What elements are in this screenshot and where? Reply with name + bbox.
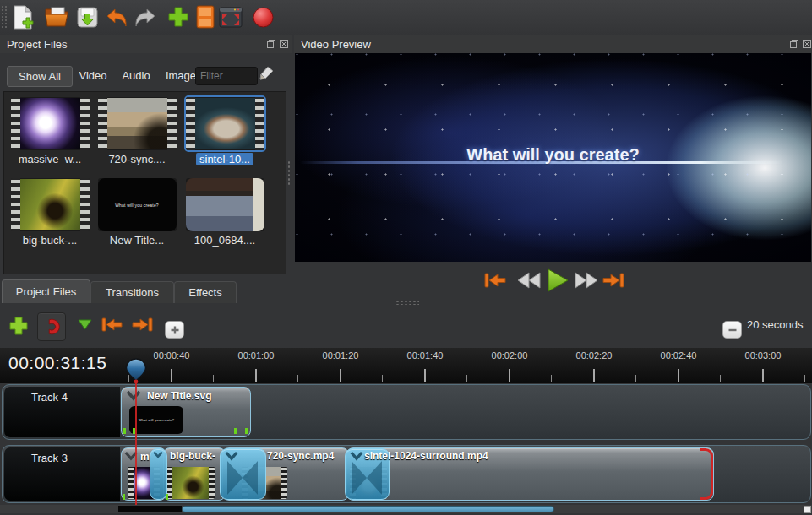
keyframe-tick [123, 428, 126, 434]
close-panel-icon[interactable] [802, 39, 812, 49]
playhead-marker[interactable] [125, 358, 147, 388]
filter-show-all-button[interactable]: Show All [7, 66, 73, 87]
file-item-100-0684[interactable]: 100_0684.... [184, 178, 265, 247]
toolbar-drag-handle[interactable] [1, 5, 7, 29]
file-item-sintel[interactable]: sintel-10... [184, 97, 265, 165]
file-name: 100_0684.... [184, 234, 265, 247]
import-files-button[interactable] [166, 4, 191, 30]
save-icon [76, 6, 99, 29]
play-button[interactable] [546, 268, 569, 293]
play-icon [546, 268, 569, 293]
arrow-bar-left-icon [101, 316, 124, 334]
ruler-label: 00:01:00 [231, 350, 281, 360]
brush-icon [254, 65, 275, 85]
ruler-label: 00:01:20 [315, 350, 366, 360]
open-project-button[interactable] [44, 4, 69, 30]
clip-end-marker [700, 448, 713, 500]
clip-new-title[interactable]: New Title.svg What will you create? [121, 387, 251, 437]
new-project-button[interactable] [10, 4, 35, 30]
horizontal-splitter-handle[interactable] [395, 300, 419, 305]
resize-grip[interactable] [804, 506, 811, 513]
timeline-toolbar: 20 seconds [0, 306, 812, 346]
add-marker-button[interactable] [76, 317, 93, 331]
scrollbar-gap [118, 506, 182, 512]
plus-icon [167, 6, 189, 28]
file-item-massive[interactable]: massive_w... [9, 97, 90, 165]
track-4: Track 4 New Title.svg What will you crea… [2, 384, 811, 440]
rewind-icon [517, 271, 542, 290]
zoom-in-button[interactable] [165, 321, 184, 339]
skip-to-start-button[interactable] [483, 270, 507, 290]
skip-to-end-icon [602, 270, 625, 290]
timeline-horizontal-scrollbar[interactable] [0, 505, 812, 513]
skip-to-end-button[interactable] [602, 270, 625, 290]
project-files-panel-title: Project Files [7, 38, 68, 51]
keyframe-tick [245, 428, 248, 434]
filter-audio-button[interactable]: Audio [113, 66, 159, 85]
file-name: New Title... [96, 234, 177, 247]
fast-forward-button[interactable] [573, 271, 598, 290]
video-preview-frame[interactable]: What will you create? [295, 53, 811, 262]
video-preview-panel-title: Video Preview [301, 38, 371, 51]
undo-button[interactable] [105, 4, 130, 30]
video-preview-window-buttons [789, 39, 812, 49]
clip-thumbnail-big-buck [166, 467, 215, 499]
vertical-splitter-handle[interactable] [287, 160, 292, 186]
filter-video-button[interactable]: Video [71, 66, 115, 85]
scrollbar-thumb[interactable] [182, 506, 554, 512]
file-thumbnail [186, 178, 264, 231]
magnet-icon [42, 317, 61, 336]
zoom-out-icon [728, 325, 738, 335]
choose-profile-button[interactable] [193, 4, 218, 30]
file-item-720-sync[interactable]: 720-sync.... [96, 97, 177, 165]
document-new-icon [12, 5, 34, 30]
file-item-new-title[interactable]: What will you create? New Title... [96, 178, 177, 247]
ruler-label: 00:00:40 [146, 350, 197, 360]
filmstrip-icon [196, 5, 215, 29]
tab-effects[interactable]: Effects [174, 281, 237, 303]
clip-label: m [140, 451, 150, 463]
add-track-button[interactable] [7, 314, 30, 338]
marker-triangle-icon [77, 318, 93, 331]
fast-forward-icon [573, 271, 598, 290]
tab-project-files[interactable]: Project Files [2, 279, 90, 303]
close-panel-icon[interactable] [279, 39, 289, 49]
file-thumbnail [11, 97, 90, 150]
export-video-button[interactable] [250, 4, 275, 30]
playhead-line[interactable] [135, 382, 137, 505]
keyframe-tick [166, 494, 168, 500]
snapping-toggle-button[interactable] [37, 312, 66, 341]
tab-transitions[interactable]: Transitions [90, 281, 174, 303]
fullscreen-button[interactable] [218, 4, 243, 30]
zoom-scale-label: 20 seconds [747, 318, 804, 331]
next-marker-button[interactable] [130, 316, 154, 334]
skip-to-start-icon [483, 270, 507, 290]
track-4-label-zone: Track 4 [4, 387, 120, 437]
timeline-ruler[interactable]: 00:00:31:15 00:00:40 00:01:00 00:01:20 0… [0, 348, 812, 383]
track-3-label-zone: Track 3 [4, 447, 120, 501]
float-panel-icon[interactable] [789, 39, 799, 49]
zoom-out-button[interactable] [722, 321, 742, 339]
project-files-list: massive_w... 720-sync.... sintel-10... b… [3, 91, 286, 274]
previous-marker-button[interactable] [101, 316, 124, 334]
transition-big-buck-720[interactable] [220, 448, 266, 500]
save-project-button[interactable] [74, 4, 100, 30]
float-panel-icon[interactable] [266, 39, 276, 49]
plus-icon [8, 316, 29, 336]
keyframe-tick [123, 494, 125, 500]
project-files-panel-titlebar: Project Files [0, 35, 292, 53]
clip-label: 720-sync.mp4 [267, 450, 334, 462]
file-thumbnail [186, 97, 264, 150]
rewind-button[interactable] [517, 271, 542, 290]
file-name-selected: sintel-10... [184, 153, 265, 165]
file-name: massive_w... [9, 153, 90, 165]
track-3: Track 3 m big-buck- 720-sync.mp4 [2, 445, 811, 503]
clip-label: New Title.svg [147, 390, 211, 402]
transition-narrow[interactable] [150, 448, 167, 500]
filter-input[interactable] [195, 67, 258, 85]
main-toolbar [0, 0, 812, 35]
file-item-big-buck[interactable]: big-buck-... [9, 178, 90, 247]
clear-filter-button[interactable] [254, 65, 275, 89]
clip-label: sintel-1024-surround.mp4 [364, 450, 488, 462]
redo-button[interactable] [132, 4, 157, 30]
